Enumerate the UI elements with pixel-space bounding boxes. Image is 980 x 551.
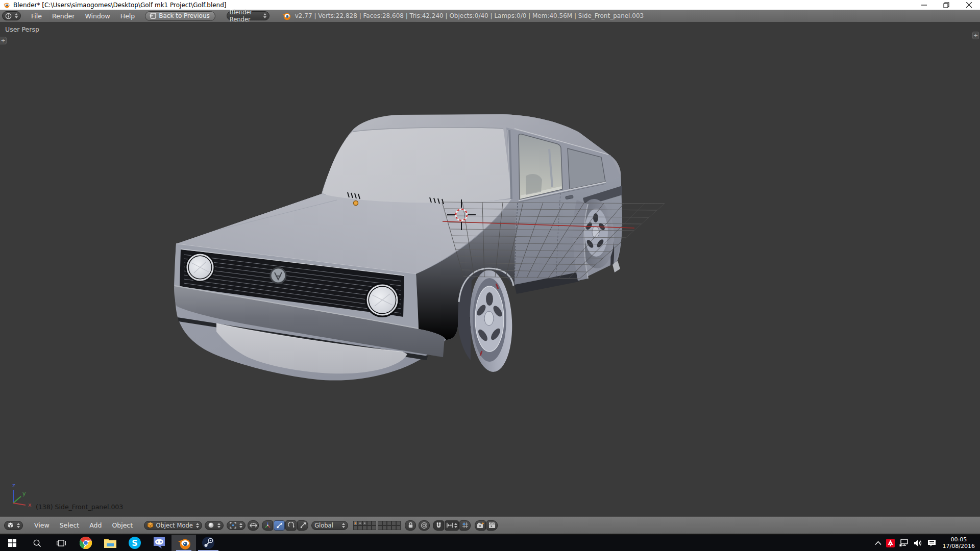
axis-y-label: y <box>22 490 26 497</box>
layer-8[interactable] <box>387 521 391 525</box>
layer-9[interactable] <box>391 521 396 525</box>
menu-object[interactable]: Object <box>107 521 138 529</box>
action-center-icon[interactable] <box>927 539 936 547</box>
layer-18[interactable] <box>387 525 391 530</box>
taskbar-chrome-button[interactable] <box>74 535 98 551</box>
layer-5[interactable] <box>372 521 376 525</box>
layer-4[interactable] <box>367 521 372 525</box>
opengl-render-image-button[interactable] <box>475 520 486 531</box>
info-editor-icon <box>5 13 12 19</box>
scale-icon <box>300 522 306 529</box>
tray-chevron-icon[interactable] <box>875 541 881 545</box>
layer-3[interactable] <box>362 521 367 525</box>
windows-taskbar: S <box>0 535 980 551</box>
svg-text:S: S <box>132 538 138 548</box>
lock-icon <box>407 522 414 529</box>
taskbar-search-button[interactable] <box>24 535 49 551</box>
rotate-manipulator-button[interactable] <box>285 520 297 531</box>
snap-element-arrows <box>454 523 457 528</box>
menu-help[interactable]: Help <box>115 12 140 20</box>
taskbar-clock[interactable]: 00:05 17/08/2016 <box>943 536 975 549</box>
render-engine-select[interactable]: Blender Render <box>227 11 270 20</box>
layer-15[interactable] <box>372 525 376 530</box>
viewport-editor-type-button[interactable] <box>4 521 23 530</box>
network-tray-icon[interactable] <box>899 539 909 547</box>
layer-17[interactable] <box>382 525 387 530</box>
desktop: Blender* [C:\Users\simaogomes\Desktop\Go… <box>0 0 980 551</box>
snap-toggle-button[interactable] <box>433 520 444 531</box>
3d-viewport[interactable]: z y x User Persp (138) Side_Front_panel.… <box>0 22 980 516</box>
close-button[interactable] <box>958 0 980 10</box>
layer-10[interactable] <box>396 521 401 525</box>
window-titlebar[interactable]: Blender* [C:\Users\simaogomes\Desktop\Go… <box>0 0 980 10</box>
menu-file[interactable]: File <box>26 12 47 20</box>
menu-render[interactable]: Render <box>47 12 80 20</box>
layer-20[interactable] <box>396 525 401 530</box>
scale-manipulator-button[interactable] <box>297 520 308 531</box>
snap-target-button[interactable] <box>459 520 471 531</box>
layers-widget[interactable] <box>353 521 401 530</box>
layer-12[interactable] <box>358 525 362 530</box>
chrome-icon <box>79 536 92 549</box>
viewport-editor-arrows <box>17 523 20 528</box>
mode-select[interactable]: Object Mode <box>144 521 202 530</box>
layer-11[interactable] <box>353 525 358 530</box>
active-object-label: (138) Side_Front_panel.003 <box>36 503 123 511</box>
avira-tray-icon[interactable] <box>886 539 895 547</box>
manipulator-axes-button[interactable] <box>262 520 273 531</box>
minimize-button[interactable] <box>913 0 935 10</box>
discord-icon <box>153 536 166 549</box>
editor-type-button[interactable] <box>2 11 21 20</box>
info-editor-header: File Render Window Help Back to Previous… <box>0 10 980 22</box>
taskbar-blender-button[interactable] <box>172 535 196 551</box>
taskbar-discord-button[interactable] <box>147 535 172 551</box>
blender-app-icon <box>3 2 10 8</box>
taskbar-steam-button[interactable] <box>196 535 220 551</box>
steam-icon <box>202 536 215 549</box>
transform-orientation-select[interactable]: Global <box>311 521 348 530</box>
menu-view[interactable]: View <box>29 521 55 529</box>
viewport-header: View Select Add Object Object Mode <box>0 516 980 535</box>
object-origin-dot[interactable] <box>354 201 358 206</box>
scene-lock-button[interactable] <box>405 520 416 531</box>
properties-expand-button[interactable]: + <box>972 32 979 39</box>
pivot-point-icon <box>230 522 236 529</box>
start-button[interactable] <box>0 535 24 551</box>
manipulator-toggle-button[interactable] <box>248 520 259 531</box>
axis-z-label: z <box>12 482 15 489</box>
translate-manipulator-button[interactable] <box>274 520 285 531</box>
snap-target-icon <box>462 522 469 529</box>
pivot-point-select[interactable] <box>227 521 246 530</box>
search-icon <box>33 539 41 547</box>
layer-19[interactable] <box>391 525 396 530</box>
viewport-shading-select[interactable] <box>205 521 224 530</box>
menu-select[interactable]: Select <box>55 521 85 529</box>
clapperboard-icon <box>488 522 496 529</box>
menu-add[interactable]: Add <box>84 521 107 529</box>
mode-arrows <box>196 523 199 528</box>
volume-tray-icon[interactable] <box>914 539 923 547</box>
menu-window[interactable]: Window <box>80 12 115 20</box>
layer-6[interactable] <box>378 521 382 525</box>
minimize-icon <box>921 2 927 8</box>
view-perspective-label: User Persp <box>5 26 39 33</box>
layer-2[interactable] <box>358 521 362 525</box>
back-to-previous-button[interactable]: Back to Previous <box>145 11 215 21</box>
layer-16[interactable] <box>378 525 382 530</box>
layer-13[interactable] <box>362 525 367 530</box>
proportional-edit-button[interactable] <box>419 520 430 531</box>
task-view-button[interactable] <box>49 535 74 551</box>
skype-icon: S <box>128 536 141 549</box>
layer-1[interactable] <box>353 521 358 525</box>
snap-increment-icon <box>446 522 453 529</box>
snap-element-button[interactable] <box>445 520 459 531</box>
toolshelf-expand-button[interactable]: + <box>0 37 7 44</box>
taskbar-skype-button[interactable]: S <box>122 535 147 551</box>
restore-button[interactable] <box>935 0 958 10</box>
orientation-value: Global <box>314 522 333 529</box>
translate-icon <box>276 522 283 529</box>
layer-7[interactable] <box>382 521 387 525</box>
opengl-render-anim-button[interactable] <box>486 520 498 531</box>
taskbar-explorer-button[interactable] <box>98 535 122 551</box>
layer-14[interactable] <box>367 525 372 530</box>
